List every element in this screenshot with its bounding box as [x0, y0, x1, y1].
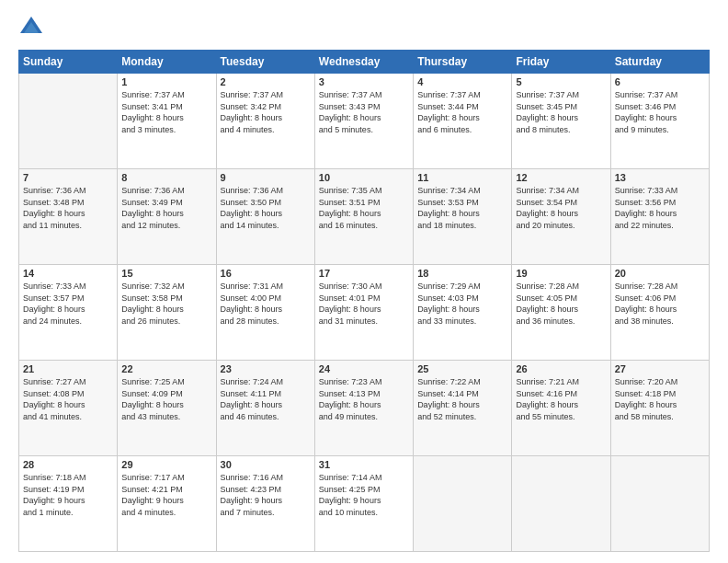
day-number: 6: [615, 76, 705, 87]
day-number: 16: [221, 268, 311, 279]
day-info: Sunrise: 7:29 AM Sunset: 4:03 PM Dayligh…: [417, 281, 507, 327]
day-number: 28: [23, 459, 113, 470]
day-info: Sunrise: 7:33 AM Sunset: 3:57 PM Dayligh…: [23, 281, 113, 327]
day-info: Sunrise: 7:35 AM Sunset: 3:51 PM Dayligh…: [319, 185, 409, 231]
calendar-cell: 16Sunrise: 7:31 AM Sunset: 4:00 PM Dayli…: [216, 265, 314, 361]
calendar-cell: 18Sunrise: 7:29 AM Sunset: 4:03 PM Dayli…: [414, 265, 512, 361]
day-header: Thursday: [414, 51, 512, 74]
day-info: Sunrise: 7:32 AM Sunset: 3:58 PM Dayligh…: [121, 281, 211, 327]
day-info: Sunrise: 7:27 AM Sunset: 4:08 PM Dayligh…: [23, 376, 113, 422]
day-number: 14: [23, 268, 113, 279]
calendar-cell: 30Sunrise: 7:16 AM Sunset: 4:23 PM Dayli…: [216, 456, 314, 552]
day-info: Sunrise: 7:30 AM Sunset: 4:01 PM Dayligh…: [319, 281, 409, 327]
day-number: 5: [516, 76, 606, 87]
page: SundayMondayTuesdayWednesdayThursdayFrid…: [0, 0, 728, 563]
day-info: Sunrise: 7:37 AM Sunset: 3:44 PM Dayligh…: [417, 89, 507, 135]
day-number: 3: [319, 76, 409, 87]
week-row: 1Sunrise: 7:37 AM Sunset: 3:41 PM Daylig…: [19, 74, 710, 169]
day-number: 18: [417, 268, 507, 279]
day-info: Sunrise: 7:24 AM Sunset: 4:11 PM Dayligh…: [221, 376, 311, 422]
calendar-cell: 27Sunrise: 7:20 AM Sunset: 4:18 PM Dayli…: [610, 361, 709, 456]
day-number: 7: [23, 172, 113, 183]
day-number: 27: [615, 363, 705, 374]
day-info: Sunrise: 7:28 AM Sunset: 4:05 PM Dayligh…: [516, 281, 606, 327]
calendar-cell: 17Sunrise: 7:30 AM Sunset: 4:01 PM Dayli…: [314, 265, 413, 361]
calendar-cell: 25Sunrise: 7:22 AM Sunset: 4:14 PM Dayli…: [414, 361, 512, 456]
day-number: 11: [417, 172, 507, 183]
day-info: Sunrise: 7:25 AM Sunset: 4:09 PM Dayligh…: [121, 376, 211, 422]
day-info: Sunrise: 7:23 AM Sunset: 4:13 PM Dayligh…: [319, 376, 409, 422]
day-number: 17: [319, 268, 409, 279]
day-info: Sunrise: 7:28 AM Sunset: 4:06 PM Dayligh…: [615, 281, 705, 327]
day-info: Sunrise: 7:31 AM Sunset: 4:00 PM Dayligh…: [221, 281, 311, 327]
day-info: Sunrise: 7:33 AM Sunset: 3:56 PM Dayligh…: [615, 185, 705, 231]
day-info: Sunrise: 7:16 AM Sunset: 4:23 PM Dayligh…: [221, 472, 311, 518]
calendar-cell: [512, 456, 610, 552]
calendar-cell: 14Sunrise: 7:33 AM Sunset: 3:57 PM Dayli…: [19, 265, 118, 361]
day-number: 9: [221, 172, 311, 183]
day-header: Friday: [512, 51, 610, 74]
header: [18, 15, 710, 40]
calendar-cell: 6Sunrise: 7:37 AM Sunset: 3:46 PM Daylig…: [610, 74, 709, 169]
calendar-cell: 3Sunrise: 7:37 AM Sunset: 3:43 PM Daylig…: [314, 74, 413, 169]
calendar-cell: 11Sunrise: 7:34 AM Sunset: 3:53 PM Dayli…: [414, 169, 512, 265]
day-info: Sunrise: 7:36 AM Sunset: 3:48 PM Dayligh…: [23, 185, 113, 231]
day-info: Sunrise: 7:18 AM Sunset: 4:19 PM Dayligh…: [23, 472, 113, 518]
calendar-cell: 5Sunrise: 7:37 AM Sunset: 3:45 PM Daylig…: [512, 74, 610, 169]
calendar-cell: 20Sunrise: 7:28 AM Sunset: 4:06 PM Dayli…: [610, 265, 709, 361]
day-number: 19: [516, 268, 606, 279]
day-info: Sunrise: 7:22 AM Sunset: 4:14 PM Dayligh…: [417, 376, 507, 422]
calendar-cell: 10Sunrise: 7:35 AM Sunset: 3:51 PM Dayli…: [314, 169, 413, 265]
day-info: Sunrise: 7:37 AM Sunset: 3:45 PM Dayligh…: [516, 89, 606, 135]
day-number: 26: [516, 363, 606, 374]
day-number: 8: [121, 172, 211, 183]
logo-icon: [18, 15, 44, 40]
day-header: Wednesday: [314, 51, 413, 74]
week-row: 14Sunrise: 7:33 AM Sunset: 3:57 PM Dayli…: [19, 265, 710, 361]
day-number: 1: [121, 76, 211, 87]
day-number: 23: [221, 363, 311, 374]
day-number: 30: [221, 459, 311, 470]
week-row: 21Sunrise: 7:27 AM Sunset: 4:08 PM Dayli…: [19, 361, 710, 456]
calendar-cell: 24Sunrise: 7:23 AM Sunset: 4:13 PM Dayli…: [314, 361, 413, 456]
day-number: 25: [417, 363, 507, 374]
day-number: 31: [319, 459, 409, 470]
day-number: 10: [319, 172, 409, 183]
calendar-cell: [19, 74, 118, 169]
calendar-cell: 31Sunrise: 7:14 AM Sunset: 4:25 PM Dayli…: [314, 456, 413, 552]
calendar-cell: 9Sunrise: 7:36 AM Sunset: 3:50 PM Daylig…: [216, 169, 314, 265]
calendar-cell: 22Sunrise: 7:25 AM Sunset: 4:09 PM Dayli…: [118, 361, 216, 456]
week-row: 7Sunrise: 7:36 AM Sunset: 3:48 PM Daylig…: [19, 169, 710, 265]
day-number: 12: [516, 172, 606, 183]
calendar-cell: 7Sunrise: 7:36 AM Sunset: 3:48 PM Daylig…: [19, 169, 118, 265]
calendar-cell: 15Sunrise: 7:32 AM Sunset: 3:58 PM Dayli…: [118, 265, 216, 361]
logo: [18, 15, 48, 40]
calendar: SundayMondayTuesdayWednesdayThursdayFrid…: [18, 50, 710, 552]
week-row: 28Sunrise: 7:18 AM Sunset: 4:19 PM Dayli…: [19, 456, 710, 552]
day-number: 29: [121, 459, 211, 470]
calendar-cell: 12Sunrise: 7:34 AM Sunset: 3:54 PM Dayli…: [512, 169, 610, 265]
day-header: Monday: [118, 51, 216, 74]
day-number: 2: [221, 76, 311, 87]
day-info: Sunrise: 7:21 AM Sunset: 4:16 PM Dayligh…: [516, 376, 606, 422]
day-header: Tuesday: [216, 51, 314, 74]
day-number: 15: [121, 268, 211, 279]
calendar-cell: 29Sunrise: 7:17 AM Sunset: 4:21 PM Dayli…: [118, 456, 216, 552]
calendar-cell: [610, 456, 709, 552]
calendar-cell: 26Sunrise: 7:21 AM Sunset: 4:16 PM Dayli…: [512, 361, 610, 456]
day-number: 24: [319, 363, 409, 374]
day-number: 21: [23, 363, 113, 374]
day-info: Sunrise: 7:36 AM Sunset: 3:50 PM Dayligh…: [221, 185, 311, 231]
day-info: Sunrise: 7:37 AM Sunset: 3:46 PM Dayligh…: [615, 89, 705, 135]
day-header: Saturday: [610, 51, 709, 74]
calendar-cell: 13Sunrise: 7:33 AM Sunset: 3:56 PM Dayli…: [610, 169, 709, 265]
day-number: 20: [615, 268, 705, 279]
day-info: Sunrise: 7:34 AM Sunset: 3:53 PM Dayligh…: [417, 185, 507, 231]
header-row: SundayMondayTuesdayWednesdayThursdayFrid…: [19, 51, 710, 74]
day-number: 4: [417, 76, 507, 87]
day-info: Sunrise: 7:36 AM Sunset: 3:49 PM Dayligh…: [121, 185, 211, 231]
calendar-cell: [414, 456, 512, 552]
day-info: Sunrise: 7:14 AM Sunset: 4:25 PM Dayligh…: [319, 472, 409, 518]
day-info: Sunrise: 7:37 AM Sunset: 3:42 PM Dayligh…: [221, 89, 311, 135]
calendar-table: SundayMondayTuesdayWednesdayThursdayFrid…: [18, 50, 710, 552]
